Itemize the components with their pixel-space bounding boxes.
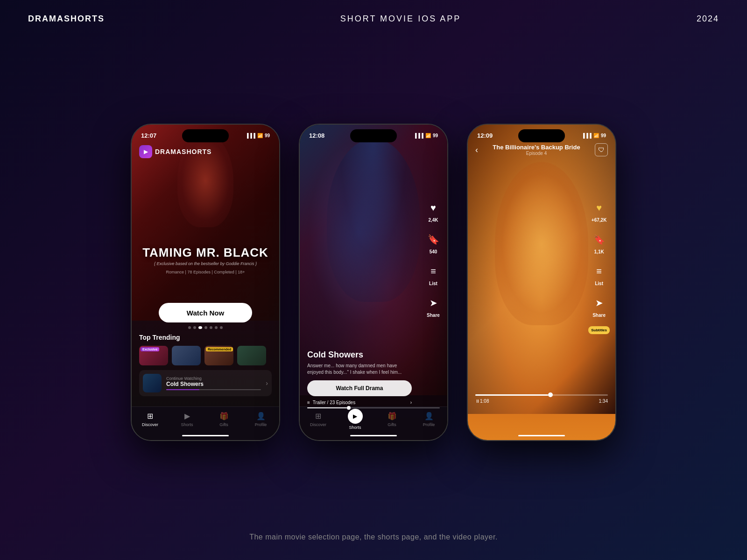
player-current-time: 1:08 bbox=[480, 399, 489, 404]
signal-icon: ▐▐▐ bbox=[246, 133, 255, 138]
phone2-bottom-nav: ⊞ Discover ▶ Shorts 🎁 Gifts 👤 Profile bbox=[300, 406, 447, 440]
dot-1 bbox=[188, 326, 191, 329]
player-progress-bar[interactable] bbox=[475, 394, 608, 396]
movie-title-area: TAMING MR. BLACK { Exclusive based on th… bbox=[132, 246, 279, 274]
player-header: ‹ The Billionaire's Backup Bride Episode… bbox=[468, 143, 615, 156]
shorts-description: Answer me... how many damned men have en… bbox=[307, 363, 412, 376]
shorts-label: Shorts bbox=[181, 422, 193, 427]
like-action[interactable]: ♥ 2,4K bbox=[425, 199, 442, 223]
footer-caption: The main movie selection page, the short… bbox=[0, 533, 747, 541]
trending-thumb-2[interactable] bbox=[172, 346, 201, 365]
battery-icon: 99 bbox=[265, 133, 270, 138]
nav2-gifts[interactable]: 🎁 Gifts bbox=[374, 411, 410, 427]
player-share-action[interactable]: ➤ Share bbox=[591, 294, 607, 318]
section-title: Top Trending bbox=[139, 334, 272, 341]
nav-underline2 bbox=[350, 435, 397, 436]
player-pause-icon[interactable]: ⏸ bbox=[475, 399, 480, 404]
profile-icon2: 👤 bbox=[424, 411, 434, 421]
dot-6 bbox=[215, 326, 218, 329]
phones-container: 12:07 ▐▐▐ 📶 99 ▶ DRAMASHORTS TAMING MR. … bbox=[0, 42, 747, 523]
list-action[interactable]: ≡ List bbox=[425, 263, 442, 286]
trending-thumb-3[interactable]: Recommended bbox=[204, 346, 233, 365]
cw-title: Cold Showers bbox=[166, 381, 261, 387]
share-label: Share bbox=[427, 313, 440, 318]
discover-label: Discover bbox=[142, 422, 158, 427]
subtitles-btn[interactable]: Subtitles bbox=[588, 326, 610, 334]
wifi-icon3: 📶 bbox=[593, 133, 599, 138]
carousel-dots bbox=[132, 326, 279, 329]
player-title-area: The Billionaire's Backup Bride Episode 4 bbox=[493, 144, 580, 156]
player-like-action[interactable]: ♥ +67,2K bbox=[591, 199, 607, 223]
player-total-time: 1:34 bbox=[599, 399, 608, 404]
cw-label: Continue Watching bbox=[166, 376, 261, 381]
gifts-icon2: 🎁 bbox=[387, 411, 397, 421]
exclusive-badge: Exclusive bbox=[141, 347, 159, 351]
subtitles-action[interactable]: Subtitles bbox=[588, 326, 610, 334]
movie-tagline: { Exclusive based on the bestseller by G… bbox=[141, 261, 270, 266]
app-logo-text: DRAMASHORTS bbox=[155, 148, 211, 155]
player-list-action[interactable]: ≡ List bbox=[591, 263, 607, 286]
phone-shorts: 12:08 ▐▐▐ 📶 99 ♥ 2,4K 🔖 540 ≡ List ➤ bbox=[299, 124, 448, 441]
year-label: 2024 bbox=[697, 14, 719, 24]
episode-info: Trailer / 23 Episodes bbox=[313, 400, 355, 405]
list-label: List bbox=[429, 281, 437, 286]
trending-thumb-4[interactable] bbox=[237, 346, 266, 365]
nav2-discover[interactable]: ⊞ Discover bbox=[300, 411, 337, 427]
like-count: 2,4K bbox=[428, 217, 438, 223]
watch-now-button[interactable]: Watch Now bbox=[159, 303, 252, 322]
nav-discover[interactable]: ⊞ Discover bbox=[132, 411, 169, 427]
discover-icon2: ⊞ bbox=[313, 411, 324, 421]
nav-gifts[interactable]: 🎁 Gifts bbox=[205, 411, 242, 427]
top-trending-section: Top Trending Exclusive Recommended Conti… bbox=[132, 334, 279, 396]
page-title: SHORT MOVIE IOS APP bbox=[340, 14, 461, 24]
back-button[interactable]: ‹ bbox=[475, 145, 478, 155]
share-icon: ➤ bbox=[425, 294, 442, 311]
nav-profile[interactable]: 👤 Profile bbox=[242, 411, 279, 427]
episode-row: ≡ Trailer / 23 Episodes › bbox=[307, 400, 412, 405]
shorts-bottom-info: Cold Showers Answer me... how many damne… bbox=[300, 350, 419, 405]
wifi-icon: 📶 bbox=[257, 133, 263, 138]
phone1-logo-area: ▶ DRAMASHORTS bbox=[139, 145, 211, 158]
shorts-icon2: ▶ bbox=[348, 409, 363, 424]
dot-5 bbox=[210, 326, 212, 329]
signal-icon2: ▐▐▐ bbox=[414, 133, 423, 138]
player-bookmark-count: 1,1K bbox=[594, 249, 604, 254]
player-episode: Episode 4 bbox=[493, 151, 580, 156]
trending-thumb-1[interactable]: Exclusive bbox=[139, 346, 168, 365]
layers-icon2: ≡ bbox=[307, 400, 310, 405]
dot-2 bbox=[193, 326, 196, 329]
shorts-progress-fill bbox=[307, 407, 347, 408]
watch-full-drama-button[interactable]: Watch Full Drama bbox=[307, 380, 412, 396]
player-heart-icon: ♥ bbox=[591, 199, 607, 216]
cw-arrow-icon: › bbox=[266, 379, 268, 387]
player-like-count: +67,2K bbox=[592, 217, 607, 223]
dot-7 bbox=[220, 326, 223, 329]
profile-label: Profile bbox=[255, 422, 267, 427]
recommended-badge: Recommended bbox=[206, 347, 233, 351]
cw-progress-fill bbox=[166, 389, 199, 390]
chevron-icon: › bbox=[410, 400, 412, 405]
nav2-shorts[interactable]: ▶ Shorts bbox=[337, 411, 374, 430]
battery-icon2: 99 bbox=[433, 133, 438, 138]
player-bookmark-action[interactable]: 🔖 1,1K bbox=[591, 231, 607, 254]
bookmark-icon: 🔖 bbox=[425, 231, 442, 248]
share-action[interactable]: ➤ Share bbox=[425, 294, 442, 318]
nav2-profile[interactable]: 👤 Profile bbox=[410, 411, 447, 427]
player-bookmark-icon: 🔖 bbox=[591, 231, 607, 248]
shorts-progress-bar bbox=[307, 407, 440, 408]
phone1-bottom-nav: ⊞ Discover ▶ Shorts 🎁 Gifts 👤 Profile bbox=[132, 406, 279, 440]
signal-icon3: ▐▐▐ bbox=[582, 133, 592, 138]
phone-home: 12:07 ▐▐▐ 📶 99 ▶ DRAMASHORTS TAMING MR. … bbox=[131, 124, 280, 441]
shorts-actions: ♥ 2,4K 🔖 540 ≡ List ➤ Share bbox=[425, 199, 442, 318]
bookmark-action[interactable]: 🔖 540 bbox=[425, 231, 442, 254]
profile-icon: 👤 bbox=[256, 411, 266, 421]
phone-player: 12:09 ▐▐▐ 📶 99 ‹ The Billionaire's Backu… bbox=[467, 124, 616, 441]
dot-3 bbox=[198, 326, 202, 329]
page-header: DRAMASHORTS SHORT MOVIE IOS APP 2024 bbox=[0, 0, 747, 38]
discover-icon: ⊞ bbox=[145, 411, 155, 421]
movie-meta: Romance | 78 Episodes | Completed | 18+ bbox=[141, 270, 270, 274]
profile-label2: Profile bbox=[423, 422, 435, 427]
shield-button[interactable]: 🛡 bbox=[595, 143, 608, 156]
continue-watching[interactable]: Continue Watching Cold Showers › bbox=[139, 370, 272, 396]
nav-shorts[interactable]: ▶ Shorts bbox=[169, 411, 205, 427]
